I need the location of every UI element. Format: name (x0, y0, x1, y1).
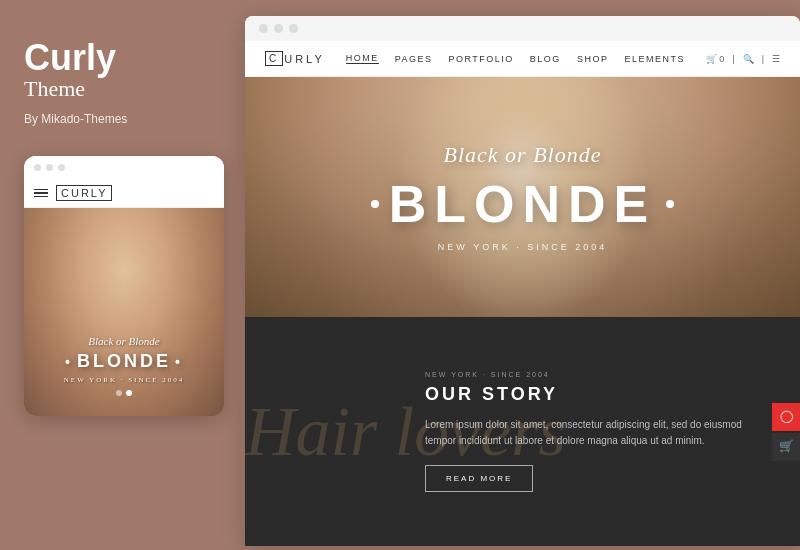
nav-link-home[interactable]: HOME (346, 53, 379, 64)
hero-dot-right (666, 200, 674, 208)
mobile-dot-active (126, 390, 132, 396)
desktop-dot-1 (259, 24, 268, 33)
read-more-button[interactable]: READ MORE (425, 465, 533, 492)
desktop-mockup: CURLY HOME PAGES PORTFOLIO BLOG SHOP ELE… (245, 16, 800, 546)
menu-icon[interactable]: ☰ (772, 54, 780, 64)
floating-icon-dark[interactable]: 🛒 (772, 433, 800, 461)
cart-icon[interactable]: 🛒 0 (706, 54, 725, 64)
mobile-hero-bg (24, 208, 224, 416)
mobile-dot-1 (34, 164, 41, 171)
desktop-logo: CURLY (265, 51, 325, 66)
nav-link-portfolio[interactable]: PORTFOLIO (449, 54, 514, 64)
nav-link-shop[interactable]: SHOP (577, 54, 609, 64)
brand-by: By Mikado-Themes (24, 112, 127, 126)
hero-sub-text: NEW YORK · SINCE 2004 (438, 242, 607, 252)
nav-link-pages[interactable]: PAGES (395, 54, 433, 64)
nav-link-blog[interactable]: BLOG (530, 54, 561, 64)
mobile-dot-inactive (116, 390, 122, 396)
desktop-dot-2 (274, 24, 283, 33)
desktop-title-bar (245, 16, 800, 41)
story-tag: NEW YORK · SINCE 2004 (425, 371, 745, 378)
mobile-hero-sub: NEW YORK · SINCE 2004 (64, 376, 184, 384)
floating-icons: ◯ 🛒 (772, 403, 800, 461)
hero-main-word: BLONDE (389, 174, 657, 234)
mobile-dot-3 (58, 164, 65, 171)
nav-divider: | (732, 54, 734, 64)
mobile-hero-script: Black or Blonde (88, 335, 159, 347)
hero-main-text: BLONDE (371, 174, 675, 234)
hero-content: Black or Blonde BLONDE NEW YORK · SINCE … (245, 77, 800, 317)
search-icon[interactable]: 🔍 (743, 54, 754, 64)
brand-name: Curly Theme (24, 40, 116, 108)
story-title: OUR STORY (425, 384, 745, 405)
desktop-hero: Black or Blonde BLONDE NEW YORK · SINCE … (245, 77, 800, 317)
mobile-hamburger-icon[interactable] (34, 189, 48, 198)
desktop-nav: CURLY HOME PAGES PORTFOLIO BLOG SHOP ELE… (245, 41, 800, 77)
desktop-story-section: Hair lovers NEW YORK · SINCE 2004 OUR ST… (245, 317, 800, 546)
mobile-hero-main: BLONDE (61, 351, 187, 372)
mobile-title-bar (24, 156, 224, 179)
hero-script-text: Black or Blonde (444, 142, 602, 168)
story-body: Lorem ipsum dolor sit amet, consectetur … (425, 417, 745, 449)
logo-bracket: C (265, 51, 283, 66)
nav-link-elements[interactable]: ELEMENTS (624, 54, 685, 64)
desktop-dot-3 (289, 24, 298, 33)
mobile-hero: Black or Blonde BLONDE NEW YORK · SINCE … (24, 208, 224, 416)
floating-icon-red[interactable]: ◯ (772, 403, 800, 431)
nav-divider-2: | (762, 54, 764, 64)
mobile-dot-2 (46, 164, 53, 171)
mobile-carousel-dots (116, 390, 132, 396)
desktop-nav-icons: 🛒 0 | 🔍 | ☰ (706, 54, 780, 64)
left-panel: Curly Theme By Mikado-Themes CURLY Black… (0, 0, 245, 550)
hero-dot-left (371, 200, 379, 208)
mobile-mockup: CURLY Black or Blonde BLONDE NEW YORK · … (24, 156, 224, 416)
story-content: NEW YORK · SINCE 2004 OUR STORY Lorem ip… (425, 371, 745, 492)
mobile-logo: CURLY (56, 185, 112, 201)
desktop-nav-links: HOME PAGES PORTFOLIO BLOG SHOP ELEMENTS (346, 53, 685, 64)
mobile-nav-bar: CURLY (24, 179, 224, 208)
